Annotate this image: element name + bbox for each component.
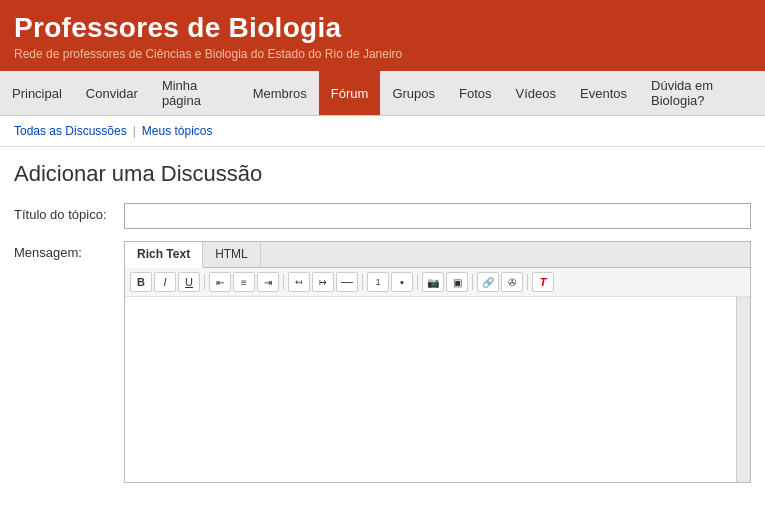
nav-eventos[interactable]: Eventos bbox=[568, 71, 639, 115]
tab-html[interactable]: HTML bbox=[203, 242, 261, 267]
toolbar-sep-3 bbox=[362, 274, 363, 290]
nav-fotos[interactable]: Fotos bbox=[447, 71, 504, 115]
link-button[interactable]: 🔗 bbox=[477, 272, 499, 292]
editor-scrollbar[interactable] bbox=[736, 297, 750, 482]
editor-body[interactable] bbox=[125, 297, 750, 482]
align-left-button[interactable]: ⇤ bbox=[209, 272, 231, 292]
indent-button[interactable]: ↦ bbox=[312, 272, 334, 292]
breadcrumb-todas-discussoes[interactable]: Todas as Discussões bbox=[14, 124, 127, 138]
toolbar-sep-4 bbox=[417, 274, 418, 290]
align-center-button[interactable]: ≡ bbox=[233, 272, 255, 292]
unordered-list-button[interactable]: • bbox=[391, 272, 413, 292]
title-input[interactable] bbox=[124, 203, 751, 229]
image-button[interactable]: 📷 bbox=[422, 272, 444, 292]
page-title: Adicionar uma Discussão bbox=[14, 161, 751, 187]
nav-convidar[interactable]: Convidar bbox=[74, 71, 150, 115]
toolbar-sep-5 bbox=[472, 274, 473, 290]
nav-grupos[interactable]: Grupos bbox=[380, 71, 447, 115]
editor-toolbar: B I U ⇤ ≡ ⇥ ↤ ↦ — 1 • 📷 ▣ 🔗 ✇ bbox=[125, 268, 750, 297]
site-title: Professores de Biologia bbox=[14, 12, 751, 44]
hr-button[interactable]: — bbox=[336, 272, 358, 292]
breadcrumb-meus-topicos[interactable]: Meus tópicos bbox=[142, 124, 213, 138]
media-button[interactable]: ▣ bbox=[446, 272, 468, 292]
nav-duvida[interactable]: Dúvida em Biologia? bbox=[639, 71, 765, 115]
site-subtitle: Rede de professores de Ciências e Biolog… bbox=[14, 47, 751, 61]
toolbar-sep-1 bbox=[204, 274, 205, 290]
breadcrumb: Todas as Discussões | Meus tópicos bbox=[0, 116, 765, 147]
breadcrumb-separator: | bbox=[133, 124, 136, 138]
main-nav: Principal Convidar Minha página Membros … bbox=[0, 71, 765, 116]
toolbar-sep-6 bbox=[527, 274, 528, 290]
message-row: Mensagem: Rich Text HTML B I U ⇤ ≡ ⇥ ↤ ↦… bbox=[14, 241, 751, 483]
nav-videos[interactable]: Vídeos bbox=[504, 71, 568, 115]
tab-rich-text[interactable]: Rich Text bbox=[125, 242, 203, 268]
site-header: Professores de Biologia Rede de professo… bbox=[0, 0, 765, 71]
unlink-button[interactable]: ✇ bbox=[501, 272, 523, 292]
editor-tabs: Rich Text HTML bbox=[125, 242, 750, 268]
italic-button[interactable]: I bbox=[154, 272, 176, 292]
editor-container: Rich Text HTML B I U ⇤ ≡ ⇥ ↤ ↦ — 1 • bbox=[124, 241, 751, 483]
title-row: Título do tópico: bbox=[14, 203, 751, 229]
nav-membros[interactable]: Membros bbox=[241, 71, 319, 115]
bold-button[interactable]: B bbox=[130, 272, 152, 292]
message-label: Mensagem: bbox=[14, 241, 124, 260]
main-content: Adicionar uma Discussão Título do tópico… bbox=[0, 147, 765, 519]
editor-scroll-area bbox=[125, 297, 750, 482]
ordered-list-button[interactable]: 1 bbox=[367, 272, 389, 292]
nav-forum[interactable]: Fórum bbox=[319, 71, 381, 115]
nav-minha-pagina[interactable]: Minha página bbox=[150, 71, 241, 115]
underline-button[interactable]: U bbox=[178, 272, 200, 292]
align-right-button[interactable]: ⇥ bbox=[257, 272, 279, 292]
title-label: Título do tópico: bbox=[14, 203, 124, 222]
outdent-button[interactable]: ↤ bbox=[288, 272, 310, 292]
nav-principal[interactable]: Principal bbox=[0, 71, 74, 115]
text-color-button[interactable]: T bbox=[532, 272, 554, 292]
toolbar-sep-2 bbox=[283, 274, 284, 290]
